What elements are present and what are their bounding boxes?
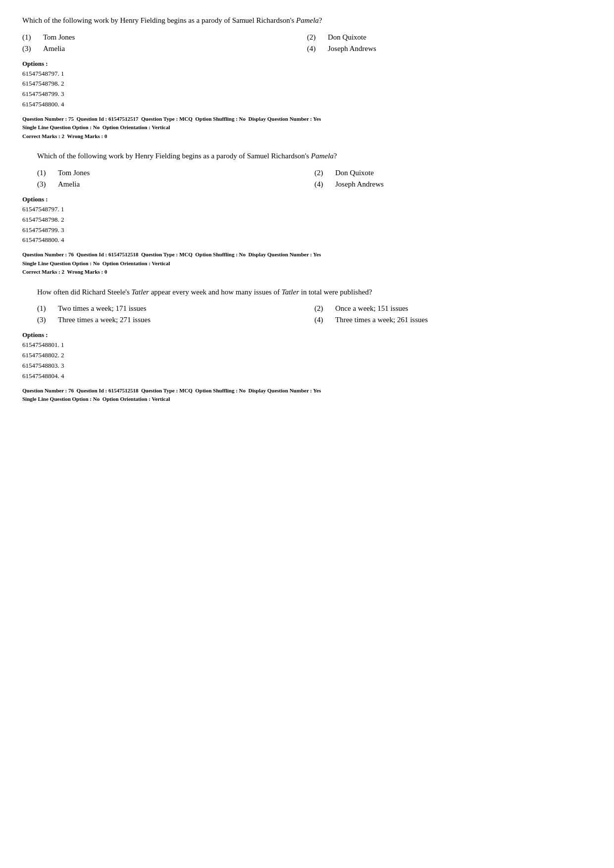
question-block-2: Which of the following work by Henry Fie… — [22, 150, 592, 245]
option-3-3: (3) Three times a week; 271 issues — [37, 316, 314, 324]
option-1-3: (3) Amelia — [22, 45, 307, 53]
option-1-4: (4) Joseph Andrews — [307, 45, 592, 53]
option-code: 61547548804. 4 — [22, 371, 592, 382]
options-label: Options : — [22, 195, 592, 203]
meta-line-2: Single Line Question Option : No Option … — [22, 395, 592, 404]
option-num: (3) — [37, 316, 49, 324]
option-1-1: (1) Tom Jones — [22, 33, 307, 42]
option-code: 61547548802. 2 — [22, 350, 592, 361]
meta-info-1: Question Number : 75 Question Id : 61547… — [22, 115, 592, 141]
option-text: Amelia — [43, 45, 65, 53]
option-code: 61547548799. 3 — [22, 225, 592, 236]
option-code: 61547548797. 1 — [22, 204, 592, 215]
options-section-2: Options : 61547548797. 1 61547548798. 2 … — [22, 195, 592, 245]
options-grid-1: (1) Tom Jones (2) Don Quixote (3) Amelia… — [22, 33, 592, 53]
option-2-4: (4) Joseph Andrews — [314, 180, 592, 189]
meta-line-3: Correct Marks : 2 Wrong Marks : 0 — [22, 268, 592, 277]
question-block-1: Which of the following work by Henry Fie… — [22, 15, 592, 110]
options-section-1: Options : 61547548797. 1 61547548798. 2 … — [22, 60, 592, 110]
option-text: Tom Jones — [43, 33, 75, 42]
options-grid-2: (1) Tom Jones (2) Don Quixote (3) Amelia… — [37, 169, 592, 189]
options-grid-3: (1) Two times a week; 171 issues (2) Onc… — [37, 304, 592, 324]
option-text: Joseph Andrews — [335, 180, 384, 189]
option-num: (2) — [314, 304, 326, 313]
option-num: (1) — [37, 169, 49, 177]
options-section-3: Options : 61547548801. 1 61547548802. 2 … — [22, 331, 592, 381]
meta-line-1: Question Number : 76 Question Id : 61547… — [22, 250, 592, 259]
option-num: (4) — [307, 45, 319, 53]
option-code: 61547548801. 1 — [22, 340, 592, 350]
question-text-2: Which of the following work by Henry Fie… — [37, 150, 592, 162]
option-code: 61547548800. 4 — [22, 235, 592, 245]
option-text: Three times a week; 271 issues — [58, 316, 151, 324]
option-text: Two times a week; 171 issues — [58, 304, 147, 313]
option-text: Don Quixote — [328, 33, 366, 42]
meta-line-2: Single Line Question Option : No Option … — [22, 123, 592, 132]
option-text: Amelia — [58, 180, 80, 189]
option-code: 61547548798. 2 — [22, 215, 592, 225]
option-code: 61547548798. 2 — [22, 79, 592, 89]
meta-line-1: Question Number : 75 Question Id : 61547… — [22, 115, 592, 124]
option-code: 61547548803. 3 — [22, 361, 592, 371]
option-num: (2) — [307, 33, 319, 42]
option-num: (4) — [314, 180, 326, 189]
meta-info-3: Question Number : 76 Question Id : 61547… — [22, 386, 592, 404]
meta-info-2: Question Number : 76 Question Id : 61547… — [22, 250, 592, 277]
meta-line-1: Question Number : 76 Question Id : 61547… — [22, 386, 592, 395]
option-code: 61547548797. 1 — [22, 69, 592, 79]
option-num: (4) — [314, 316, 326, 324]
question-text-3: How often did Richard Steele's Tatler ap… — [37, 287, 592, 298]
option-3-4: (4) Three times a week; 261 issues — [314, 316, 592, 324]
option-code: 61547548800. 4 — [22, 99, 592, 110]
option-num: (1) — [22, 33, 34, 42]
option-text: Three times a week; 261 issues — [335, 316, 428, 324]
option-2-3: (3) Amelia — [37, 180, 314, 189]
option-num: (1) — [37, 304, 49, 313]
option-3-1: (1) Two times a week; 171 issues — [37, 304, 314, 313]
option-text: Once a week; 151 issues — [335, 304, 408, 313]
option-2-1: (1) Tom Jones — [37, 169, 314, 177]
option-num: (2) — [314, 169, 326, 177]
option-num: (3) — [37, 180, 49, 189]
options-label: Options : — [22, 331, 592, 339]
options-label: Options : — [22, 60, 592, 68]
meta-line-2: Single Line Question Option : No Option … — [22, 259, 592, 268]
option-code: 61547548799. 3 — [22, 89, 592, 99]
option-1-2: (2) Don Quixote — [307, 33, 592, 42]
option-text: Tom Jones — [58, 169, 90, 177]
meta-line-3: Correct Marks : 2 Wrong Marks : 0 — [22, 132, 592, 141]
option-text: Joseph Andrews — [328, 45, 376, 53]
question-text-1: Which of the following work by Henry Fie… — [22, 15, 592, 26]
option-text: Don Quixote — [335, 169, 374, 177]
option-num: (3) — [22, 45, 34, 53]
option-2-2: (2) Don Quixote — [314, 169, 592, 177]
question-block-3: How often did Richard Steele's Tatler ap… — [22, 287, 592, 382]
option-3-2: (2) Once a week; 151 issues — [314, 304, 592, 313]
